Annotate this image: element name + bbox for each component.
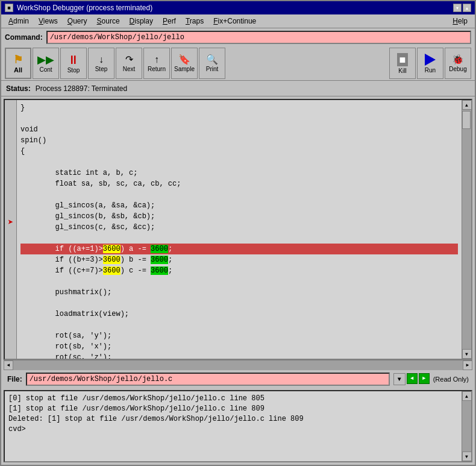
code-line: pushmatrix(); [20, 287, 458, 298]
main-window: ■ WorkShop Debugger (process terminated)… [0, 0, 476, 466]
all-label: All [14, 66, 22, 74]
next-label: Next [123, 66, 136, 72]
code-line [20, 233, 458, 244]
step-icon: ↓ [99, 55, 104, 65]
file-input[interactable] [26, 373, 390, 386]
command-label: Command: [5, 33, 43, 42]
code-line: rot(sa, 'y'); [20, 330, 458, 341]
return-label: Return [148, 66, 166, 72]
command-bar: Command: [1, 28, 475, 46]
console-row: [0] stop at file /usr/demos/WorkShop/jel… [5, 391, 471, 461]
code-area: ➤ } void spin() { static int a, b, c; fl… [4, 99, 472, 360]
code-line: if ((b+=3)>3600) b -= 3600; [20, 254, 458, 265]
scroll-track-v[interactable] [462, 110, 472, 349]
current-line-arrow: ➤ [8, 218, 14, 228]
print-button[interactable]: 🔍 Print [199, 48, 225, 79]
stop-icon: ⏸ [67, 54, 80, 66]
code-line: static int a, b, c; [20, 168, 458, 178]
sample-label: Sample [174, 66, 195, 72]
next-button[interactable]: ↷ Next [116, 48, 142, 79]
code-line: float sa, sb, sc, ca, cb, cc; [20, 178, 458, 189]
menu-bar: Admin Views Query Source Display Perf Tr… [1, 14, 475, 28]
window-title: WorkShop Debugger (process terminated) [17, 4, 152, 12]
scroll-track-h[interactable] [13, 361, 463, 370]
console-area: [0] stop at file /usr/demos/WorkShop/jel… [4, 390, 472, 462]
code-line: loadmatrix(view); [20, 309, 458, 320]
editor-container: ➤ } void spin() { static int a, b, c; fl… [1, 96, 475, 390]
menu-display[interactable]: Display [125, 16, 158, 27]
menu-query[interactable]: Query [63, 16, 92, 27]
readonly-label: (Read Only) [433, 376, 469, 383]
code-line: } [20, 102, 458, 113]
console-scroll-up[interactable]: ▲ [462, 391, 472, 401]
scroll-down-button[interactable]: ▼ [462, 349, 472, 359]
kill-button[interactable]: ■ Kill [389, 48, 416, 79]
run-label: Run [425, 67, 436, 74]
code-line [20, 276, 458, 287]
vertical-scrollbar: ▲ ▼ [462, 100, 471, 359]
all-button[interactable]: ⚑ All [5, 48, 31, 79]
code-line [20, 113, 458, 124]
scroll-thumb-v[interactable] [462, 111, 471, 129]
stop-button[interactable]: ⏸ Stop [60, 48, 87, 79]
code-line: { [20, 146, 458, 157]
menu-help[interactable]: Help [448, 16, 472, 27]
kill-label: Kill [398, 68, 406, 74]
code-line: gl_sincos(a, &sa, &ca); [20, 200, 458, 211]
debug-button[interactable]: 🐞 Debug [445, 48, 471, 79]
print-icon: 🔍 [206, 55, 218, 65]
file-nav-green-left[interactable]: ◄ [407, 373, 418, 384]
next-icon: ↷ [125, 55, 133, 65]
status-value: Process 128897: Terminated [36, 84, 128, 93]
console-line-2: [1] stop at file /usr/demos/WorkShop/jel… [8, 404, 458, 414]
console-scroll-track[interactable] [462, 401, 472, 452]
stop-label: Stop [67, 67, 80, 74]
return-button[interactable]: ↑ Return [143, 48, 170, 79]
run-button[interactable]: Run [417, 48, 443, 79]
code-line [20, 157, 458, 168]
menu-views[interactable]: Views [34, 16, 63, 27]
code-line: spin() [20, 135, 458, 146]
code-line: rot(sc, 'z'); [20, 352, 458, 359]
maximize-button[interactable]: ▴ [463, 4, 471, 12]
step-label: Step [95, 66, 108, 72]
cont-button[interactable]: ▶▶ Cont [33, 48, 59, 79]
file-nav-down[interactable]: ▼ [393, 373, 406, 385]
menu-perf[interactable]: Perf [158, 16, 181, 27]
code-line-highlighted: if ((a+=1)>3600) a -= 3600; [20, 244, 458, 254]
file-label: File: [7, 375, 22, 383]
console-scroll-down[interactable]: ▼ [462, 452, 472, 461]
console-scrollbar: ▲ ▼ [462, 391, 471, 461]
code-line: gl_sincos(b, &sb, &cb); [20, 211, 458, 222]
scroll-up-button[interactable]: ▲ [462, 100, 472, 110]
step-button[interactable]: ↓ Step [88, 48, 114, 79]
console-line-1: [0] stop at file /usr/demos/WorkShop/jel… [8, 394, 458, 404]
file-nav-green-right[interactable]: ► [419, 373, 430, 384]
console-text[interactable]: [0] stop at file /usr/demos/WorkShop/jel… [5, 391, 462, 461]
window-icon[interactable]: ■ [5, 4, 13, 12]
sample-icon: 🔖 [178, 55, 190, 65]
code-line [20, 189, 458, 200]
code-line: void [20, 124, 458, 135]
sample-button[interactable]: 🔖 Sample [171, 48, 198, 79]
status-bar: Status: Process 128897: Terminated [1, 81, 475, 96]
horizontal-scrollbar: ◄ ► [4, 360, 472, 370]
minimize-button[interactable]: ▾ [453, 4, 462, 12]
debug-icon: 🐞 [452, 55, 464, 65]
scroll-left-button[interactable]: ◄ [4, 361, 13, 370]
console-line-3: Deleted: [1] stop at file /usr/demos/Wor… [8, 414, 458, 424]
title-bar-left: ■ WorkShop Debugger (process terminated) [5, 4, 152, 12]
menu-traps[interactable]: Traps [181, 16, 208, 27]
menu-admin[interactable]: Admin [4, 16, 34, 27]
code-scroll[interactable]: } void spin() { static int a, b, c; floa… [17, 100, 462, 359]
debug-label: Debug [449, 66, 466, 72]
file-nav: ▼ ◄ ► [393, 373, 430, 385]
console-line-4: cvd> [8, 424, 458, 435]
scroll-right-button[interactable]: ► [463, 361, 472, 370]
print-label: Print [206, 66, 219, 72]
menu-source[interactable]: Source [92, 16, 125, 27]
run-icon [425, 54, 436, 66]
command-input[interactable] [46, 31, 471, 44]
menu-fix-continue[interactable]: Fix+Continue [208, 16, 261, 27]
title-bar: ■ WorkShop Debugger (process terminated)… [1, 1, 475, 14]
